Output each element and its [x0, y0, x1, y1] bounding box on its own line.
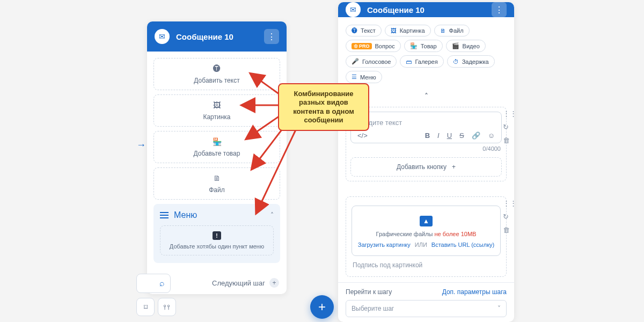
bold-button[interactable]: B [425, 131, 430, 140]
hamburger-icon [160, 212, 169, 218]
stats-tool[interactable]: ⫯⫯ [158, 298, 176, 316]
video-icon: 🎬 [452, 42, 459, 49]
menu-hint-label: Добавьте хотябы один пункт меню [170, 243, 264, 250]
chip-gallery[interactable]: 🗃Галерея [400, 55, 443, 68]
chip-product[interactable]: 🏪Товар [404, 40, 443, 52]
next-step-label: Следующий шаг [212, 279, 265, 287]
italic-button[interactable]: I [437, 131, 440, 140]
chip-delay[interactable]: ⏱Задержка [447, 55, 495, 68]
menu-add-item[interactable]: ! Добавьте хотябы один пункт меню [160, 225, 274, 255]
arrow-enter: → [136, 140, 146, 151]
chip-menu[interactable]: ☰Меню [346, 71, 382, 83]
image-caption-hint: Подпись под картинкой [352, 261, 501, 269]
insert-url-link[interactable]: Вставить URL (ссылку) [431, 241, 494, 248]
card-title: Сообщение 10 [176, 32, 258, 41]
add-file-label: Файл [209, 186, 225, 194]
plus-icon: + [269, 278, 279, 288]
image-size-hint: Графические файлы не более 10MB [376, 231, 477, 237]
or-text: ИЛИ [415, 241, 427, 248]
plus-icon: + [452, 163, 456, 171]
product-icon: 🏪 [410, 42, 418, 49]
add-text-label: Добавить текст [194, 77, 239, 84]
product-icon: 🏪 [212, 137, 222, 147]
gallery-icon: 🗃 [406, 58, 412, 65]
emoji-button[interactable]: ☺ [488, 131, 495, 140]
text-icon: 🅣 [212, 64, 222, 74]
underline-button[interactable]: U [447, 131, 452, 140]
panel-footer: Перейти к шагу Доп. параметры шага Выбер… [338, 282, 514, 322]
clock-icon: ⏱ [453, 58, 459, 65]
warning-icon: ! [213, 231, 221, 240]
add-button-row[interactable]: Добавить кнопку + [350, 157, 502, 177]
panel-title: Сообщение 10 [367, 5, 485, 14]
history-icon[interactable]: ↻ [503, 123, 514, 131]
picture-icon: ▲ [420, 216, 433, 226]
image-block: ⋮⋮ ↻ 🗑 ▲ Графические файлы не более 10MB… [346, 196, 507, 277]
chip-video[interactable]: 🎬Видео [446, 40, 486, 52]
link-button[interactable]: 🔗 [472, 131, 480, 140]
add-file-block[interactable]: 🗎 Файл [153, 167, 280, 200]
drag-handle-icon[interactable]: ⋮⋮ [503, 109, 514, 118]
image-icon: 🖼 [391, 27, 397, 34]
message-icon: ✉ [155, 29, 170, 44]
step-select[interactable]: Выберите шаг ˅ [346, 300, 507, 317]
add-text-block[interactable]: 🅣 Добавить текст [153, 58, 280, 90]
chip-image[interactable]: 🖼Картинка [385, 25, 431, 36]
menu-icon: ☰ [352, 74, 357, 80]
chip-question[interactable]: ♔ PROВопрос [346, 40, 401, 52]
chip-voice[interactable]: 🎤Голосовое [346, 55, 397, 68]
chip-file[interactable]: 🗎Файл [434, 25, 470, 36]
menu-label: Меню [174, 210, 265, 220]
menu-block: Меню ˄ ! Добавьте хотябы один пункт меню [153, 204, 280, 263]
drag-handle-icon[interactable]: ⋮⋮ [503, 199, 514, 207]
add-image-block[interactable]: 🖼 Картинка [153, 94, 280, 127]
search-icon: ⌕ [159, 279, 165, 288]
file-icon: 🗎 [440, 27, 446, 34]
text-toolbar: </> B I U S 🔗 ☺ [356, 127, 496, 140]
chevron-up-icon: ˄ [425, 92, 428, 100]
add-product-label: Добавьте товар [194, 150, 240, 157]
add-image-label: Картинка [203, 113, 230, 121]
text-icon: 🅣 [352, 27, 357, 34]
search-button[interactable]: ⌕ [136, 274, 171, 293]
message-panel-right: ✉ Сообщение 10 ⋮ 🅣Текст 🖼Картинка 🗎Файл … [338, 2, 514, 322]
text-editor: </> B I U S 🔗 ☺ [350, 112, 502, 143]
message-card-left: ✉ Сообщение 10 ⋮ 🅣 Добавить текст 🖼 Карт… [147, 21, 287, 294]
mic-icon: 🎤 [352, 58, 359, 65]
message-icon: ✉ [346, 2, 361, 17]
chevron-up-icon: ˄ [270, 211, 274, 219]
code-icon[interactable]: </> [357, 131, 368, 140]
history-icon[interactable]: ↻ [503, 213, 514, 221]
annotation-tooltip: Комбинирование разных видов контента в о… [278, 83, 369, 131]
delete-icon[interactable]: 🗑 [503, 136, 514, 144]
add-product-block[interactable]: 🏪 Добавьте товар [153, 131, 280, 163]
text-block: ⋮⋮ ↻ 🗑 </> B I U S 🔗 ☺ [346, 107, 507, 181]
scan-tool[interactable]: ⌑ [136, 298, 155, 316]
strike-button[interactable]: S [459, 131, 464, 140]
add-fab[interactable]: + [310, 295, 334, 319]
char-counter: 0/4000 [350, 143, 502, 152]
pro-badge: ♔ PRO [352, 43, 372, 49]
content-type-chips: 🅣Текст 🖼Картинка 🗎Файл ♔ PROВопрос 🏪Това… [338, 17, 514, 87]
menu-toggle[interactable]: Меню ˄ [160, 210, 274, 220]
upload-image-link[interactable]: Загрузить картинку [358, 241, 411, 248]
card-menu-button[interactable]: ⋮ [264, 29, 279, 44]
file-icon: 🗎 [212, 173, 222, 183]
goto-step-label: Перейти к шагу [346, 288, 392, 296]
delete-icon[interactable]: 🗑 [503, 226, 514, 234]
extra-params-link[interactable]: Доп. параметры шага [442, 288, 507, 296]
text-input[interactable] [356, 119, 496, 127]
card-header: ✉ Сообщение 10 ⋮ [147, 21, 287, 52]
step-select-placeholder: Выберите шаг [352, 305, 394, 312]
add-button-label: Добавить кнопку [397, 163, 447, 171]
chip-text[interactable]: 🅣Текст [346, 25, 382, 36]
panel-menu-button[interactable]: ⋮ [492, 2, 507, 17]
panel-header: ✉ Сообщение 10 ⋮ [338, 2, 514, 17]
chevron-down-icon: ˅ [497, 305, 501, 312]
image-icon: 🖼 [212, 100, 222, 110]
